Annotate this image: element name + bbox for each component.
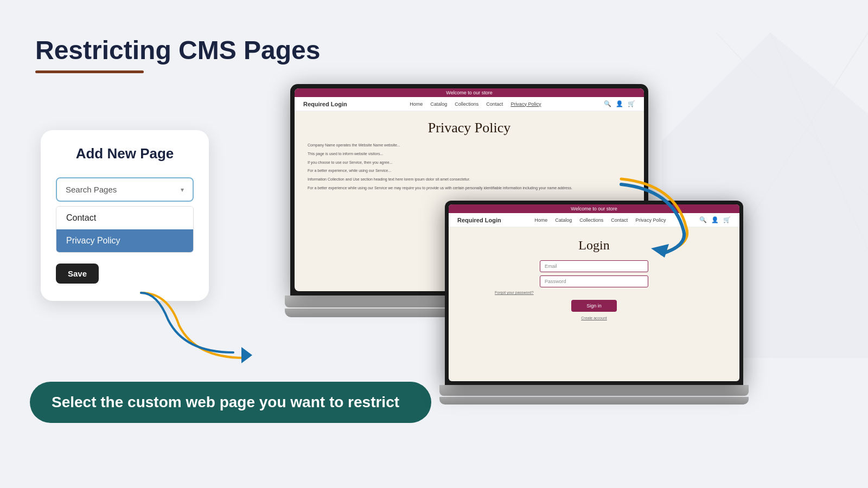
- password-input-display: Password: [540, 275, 648, 287]
- dropdown-list: Contact Privacy Policy: [56, 206, 194, 253]
- search-icon: 🔍: [604, 100, 611, 107]
- page-title: Restricting CMS Pages: [35, 35, 320, 65]
- text-block-2: This page is used to inform website visi…: [308, 151, 631, 157]
- save-button[interactable]: Save: [56, 264, 99, 284]
- text-block-1: Company Name operates the Website Name w…: [308, 143, 631, 148]
- laptop1-nav: Required Login Home Catalog Collections …: [295, 97, 644, 111]
- nav2-home: Home: [534, 217, 547, 223]
- text-block-5: Information Collection and Use section h…: [308, 177, 631, 182]
- nav-privacy-policy: Privacy Policy: [510, 101, 541, 107]
- dropdown-item-privacy-policy[interactable]: Privacy Policy: [56, 229, 193, 252]
- card-to-laptop-arrow: [125, 282, 277, 369]
- add-new-page-card: Add New Page Search Pages ▾ Contact Priv…: [41, 130, 209, 301]
- user-icon-2: 👤: [711, 216, 719, 223]
- search-pages-label: Search Pages: [66, 185, 117, 194]
- nav-collections: Collections: [455, 101, 478, 107]
- nav-home: Home: [410, 101, 423, 107]
- nav-contact: Contact: [486, 101, 503, 107]
- cta-banner: Select the custom web page you want to r…: [30, 382, 431, 423]
- laptop1-nav-icons: 🔍 👤 🛒: [604, 100, 635, 107]
- laptop2-base: [439, 385, 749, 396]
- text-block-3: If you choose to use our Service, then y…: [308, 160, 631, 165]
- laptop2-foot: [439, 397, 749, 404]
- svg-marker-4: [241, 347, 252, 363]
- cart-icon: 🛒: [628, 100, 635, 107]
- title-underline: [35, 70, 144, 73]
- cart-icon-2: 🛒: [723, 216, 731, 223]
- svg-marker-5: [651, 244, 669, 258]
- laptop1-topbar: Welcome to our store: [295, 88, 644, 97]
- nav-catalog: Catalog: [430, 101, 447, 107]
- email-input-display: Email: [540, 260, 648, 272]
- forgot-password-link: Forgot your password?: [495, 291, 534, 294]
- chevron-down-icon: ▾: [181, 186, 184, 194]
- dropdown-item-contact[interactable]: Contact: [56, 207, 193, 229]
- text-block-4: For a better experience, while using our…: [308, 168, 631, 174]
- laptop-to-laptop-arrow: [589, 174, 708, 260]
- nav2-catalog: Catalog: [555, 217, 572, 223]
- text-block-6: For a better experience while using our …: [308, 185, 631, 191]
- user-icon: 👤: [616, 100, 623, 107]
- laptop1-brand: Required Login: [303, 101, 347, 107]
- card-title: Add New Page: [56, 145, 194, 162]
- laptop1-nav-links: Home Catalog Collections Contact Privacy…: [410, 101, 541, 107]
- create-account-link: Create account: [581, 316, 607, 320]
- search-pages-dropdown[interactable]: Search Pages ▾: [56, 177, 194, 202]
- privacy-title: Privacy Policy: [308, 120, 631, 136]
- sign-in-button[interactable]: Sign in: [571, 300, 617, 312]
- cta-text: Select the custom web page you want to r…: [52, 394, 399, 410]
- laptop2-brand: Required Login: [457, 217, 501, 223]
